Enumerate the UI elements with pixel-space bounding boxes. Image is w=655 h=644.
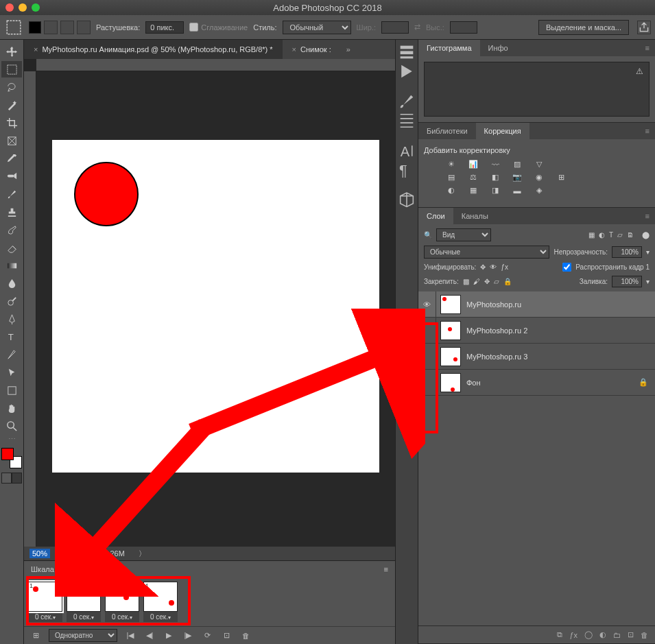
vibrance-icon[interactable]: ▽ xyxy=(532,160,546,169)
layer-thumbnail[interactable] xyxy=(440,321,461,340)
lock-all-icon[interactable]: 🔒 xyxy=(503,278,512,285)
tab-adjustments[interactable]: Коррекция xyxy=(476,123,529,139)
actions-panel-icon[interactable] xyxy=(397,63,416,80)
filter-type-icon[interactable]: T xyxy=(609,231,613,239)
history-brush-tool[interactable] xyxy=(1,222,22,238)
direct-select-tool[interactable] xyxy=(1,364,22,381)
quickmask-toggle[interactable] xyxy=(1,473,22,484)
dodge-tool[interactable] xyxy=(1,293,22,309)
lookup-icon[interactable]: ⊞ xyxy=(554,173,568,182)
blend-mode-select[interactable]: Обычные xyxy=(424,246,549,259)
style-select[interactable]: Обычный xyxy=(283,21,351,34)
intersect-selection-icon[interactable] xyxy=(77,21,91,34)
lock-pixels-icon[interactable]: ▩ xyxy=(463,278,469,285)
layer-row[interactable]: 👁 MyPhotoshop.ru xyxy=(418,291,655,318)
minimize-window-button[interactable] xyxy=(19,3,27,12)
unify-style-icon[interactable]: ƒx xyxy=(501,263,508,271)
layer-fx-icon[interactable]: ƒx xyxy=(569,631,577,639)
prev-frame-icon[interactable]: ◀| xyxy=(143,630,156,641)
document-tab-2[interactable]: × Снимок : xyxy=(283,40,341,59)
canvas[interactable] xyxy=(52,140,379,473)
shape-tool[interactable] xyxy=(1,382,22,398)
layer-thumbnail[interactable] xyxy=(440,295,461,314)
visibility-toggle[interactable] xyxy=(418,370,436,395)
pen-tool[interactable] xyxy=(1,311,22,327)
first-frame-icon[interactable]: |◀ xyxy=(124,630,136,641)
layer-name[interactable]: MyPhotoshop.ru 2 xyxy=(466,326,639,335)
gradient-map-icon[interactable]: ▬ xyxy=(510,186,524,195)
filter-adjust-icon[interactable]: ◐ xyxy=(599,231,605,239)
type-tool[interactable]: T xyxy=(1,329,22,345)
new-group-icon[interactable]: 🗀 xyxy=(613,631,621,639)
play-icon[interactable]: ▶ xyxy=(163,630,175,641)
eraser-tool[interactable] xyxy=(1,239,22,256)
filter-image-icon[interactable]: ▦ xyxy=(588,231,595,239)
document-tab-1[interactable]: × MyPhotoshop.ru Анимация.psd @ 50% (MyP… xyxy=(24,40,283,59)
subtract-selection-icon[interactable] xyxy=(60,21,74,34)
brightness-icon[interactable]: ☀ xyxy=(444,160,458,169)
blur-tool[interactable] xyxy=(1,275,22,291)
lock-position-icon[interactable]: ✥ xyxy=(484,278,490,285)
fill-dropdown-icon[interactable]: ▾ xyxy=(646,278,650,285)
tab-layers[interactable]: Слои xyxy=(418,208,453,224)
frame-tool[interactable] xyxy=(1,132,22,149)
link-layers-icon[interactable]: ⧉ xyxy=(557,630,562,639)
stamp-tool[interactable] xyxy=(1,204,22,220)
opacity-dropdown-icon[interactable]: ▾ xyxy=(646,248,650,256)
magic-wand-tool[interactable] xyxy=(1,97,22,113)
channel-mixer-icon[interactable]: ◉ xyxy=(532,173,546,182)
filter-smart-icon[interactable]: 🗎 xyxy=(627,231,634,239)
layer-mask-icon[interactable]: ◯ xyxy=(584,630,593,639)
bw-icon[interactable]: ◧ xyxy=(488,173,502,182)
layer-name[interactable]: MyPhotoshop.ru xyxy=(466,300,639,309)
unify-position-icon[interactable]: ✥ xyxy=(480,263,486,271)
move-tool[interactable] xyxy=(1,43,22,60)
marquee-tool[interactable] xyxy=(1,61,22,77)
loop-select[interactable]: Однократно xyxy=(49,629,117,642)
warning-icon[interactable]: ⚠ xyxy=(636,67,643,76)
frame-duration[interactable]: 0 сек.▾ xyxy=(105,612,139,622)
color-swatches[interactable] xyxy=(1,448,22,468)
history-panel-icon[interactable] xyxy=(397,44,416,60)
propagate-checkbox[interactable] xyxy=(562,263,571,272)
delete-frame-icon[interactable]: 🗑 xyxy=(239,630,252,641)
status-arrow-icon[interactable]: 〉 xyxy=(139,549,146,559)
layer-row[interactable]: Фон 🔒 xyxy=(418,370,655,396)
next-frame-icon[interactable]: |▶ xyxy=(182,630,194,641)
layer-row[interactable]: MyPhotoshop.ru 2 xyxy=(418,318,655,344)
brush-tool[interactable] xyxy=(1,186,22,202)
threshold-icon[interactable]: ◨ xyxy=(488,186,502,195)
fill-value[interactable]: 100% xyxy=(612,276,642,287)
current-tool-icon[interactable] xyxy=(4,18,23,37)
panel-menu-icon[interactable]: ≡ xyxy=(384,565,388,573)
invert-icon[interactable]: ◐ xyxy=(444,186,458,195)
levels-icon[interactable]: 📊 xyxy=(466,160,480,169)
tween-icon[interactable]: ⟳ xyxy=(201,630,213,641)
exposure-icon[interactable]: ▨ xyxy=(510,160,524,169)
tab-info[interactable]: Инфо xyxy=(480,40,516,56)
crop-tool[interactable] xyxy=(1,115,22,131)
zoom-level[interactable]: 50% xyxy=(29,549,50,558)
balance-icon[interactable]: ⚖ xyxy=(466,173,480,182)
maximize-window-button[interactable] xyxy=(32,3,40,12)
paragraph-panel-icon[interactable]: ¶ xyxy=(397,162,416,178)
character-panel-icon[interactable]: A xyxy=(397,143,416,159)
ruler-horizontal[interactable] xyxy=(36,59,395,71)
layer-row[interactable]: MyPhotoshop.ru 3 xyxy=(418,344,655,370)
path-tool[interactable] xyxy=(1,346,22,363)
unify-visibility-icon[interactable]: 👁 xyxy=(490,263,497,271)
hand-tool[interactable] xyxy=(1,400,22,416)
visibility-toggle[interactable]: 👁 xyxy=(418,291,436,317)
tab-histogram[interactable]: Гистограмма xyxy=(418,40,480,56)
tab-channels[interactable]: Каналы xyxy=(453,208,497,224)
new-selection-icon[interactable] xyxy=(29,21,41,34)
filter-toggle-icon[interactable]: ⬤ xyxy=(642,231,650,239)
gradient-tool[interactable] xyxy=(1,257,22,274)
selective-color-icon[interactable]: ◈ xyxy=(532,186,546,195)
panel-menu-icon[interactable]: ≡ xyxy=(640,212,655,220)
zoom-tool[interactable] xyxy=(1,418,22,434)
delete-layer-icon[interactable]: 🗑 xyxy=(641,631,648,639)
lock-paint-icon[interactable]: 🖌 xyxy=(473,278,480,285)
new-layer-icon[interactable]: ⊡ xyxy=(628,630,634,639)
doc-info[interactable]: Док: 2,64M/3,26M xyxy=(64,549,125,558)
